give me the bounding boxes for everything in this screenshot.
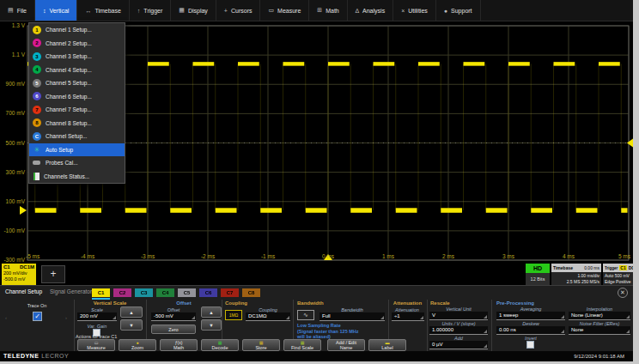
timebase-descriptor[interactable]: Timebase 0.00 ms 1.00 ms/div 2.5 MS 250 … [551,264,601,285]
offset-field[interactable]: -500 mV [151,312,196,321]
bandwidth-select[interactable]: Full [320,312,385,321]
channel-chip-c6[interactable]: C6 [199,288,217,297]
menu-analysis[interactable]: ∆Analysis [348,0,393,21]
vertical-menu-item[interactable]: 8Channel 8 Setup... [29,117,125,130]
channel-chip-c1[interactable]: C1 [92,288,110,297]
trace-high-segment [554,62,575,66]
vertical-menu-item[interactable]: 6Channel 6 Setup... [29,90,125,104]
units-per-volt-field[interactable]: 1.000000 [429,326,488,335]
menu-measure[interactable]: ▭Measure [260,0,309,21]
channel-badge-icon: 3 [33,52,41,61]
v-axis-label: -100 mV [0,228,25,234]
vertical-menu-item-label: Channel 5 Setup... [46,80,92,86]
vertical-menu-item[interactable]: ✳Auto Setup [29,143,125,157]
vertical-menu-item[interactable]: 2Channel 2 Setup... [29,37,125,51]
trace-low-segment [441,208,462,213]
trace-low-segment [35,208,57,213]
vertical-menu-item[interactable]: 1Channel 1 Setup... [29,23,125,37]
menu-file[interactable]: ▤File [0,0,35,21]
low-sampling-warning: Low Sampling Rate (Signal faster than 12… [297,323,359,340]
vertical-menu-item[interactable]: 4Channel 4 Setup... [29,64,125,77]
trigger-descriptor[interactable]: Trigger C1 DC Auto 500 mV Edge Positive [603,264,633,285]
action-button-label: Measure [87,345,105,350]
vertical-menu-item-label: Probes Cal... [46,160,78,166]
invert-checkbox[interactable] [526,341,534,349]
trigger-level: 500 mV [615,273,630,278]
averaging-field[interactable]: 1 sweep [496,312,565,320]
close-panel-button[interactable]: ✕ [618,288,628,298]
trace-low-segment [486,208,508,213]
tab-signal-generator[interactable]: Signal Generator [50,288,92,294]
trace-low-segment [350,208,372,213]
rescale-header: Rescale [430,300,450,306]
next-trace-arrow[interactable]: › [65,315,67,320]
menu-cursors[interactable]: +Cursors [216,0,261,21]
menu-utilities[interactable]: ×Utilities [393,0,436,21]
tab-channel-setup[interactable]: Channel Setup [5,288,42,294]
action-button-label: Zoom [131,345,143,350]
c1-trace-descriptor[interactable]: C1 DC1M 200 mV/div -500.0 mV [2,264,36,285]
offset-up-button[interactable]: ▲ [201,306,222,318]
action-button-store[interactable]: ▦Store [242,339,280,351]
action-button-math[interactable]: ƒ(x)Math [160,339,198,351]
attenuation-select[interactable]: ÷1 [392,312,424,321]
trace-on-checkbox[interactable]: ✓ [33,312,42,321]
hd-mode-descriptor[interactable]: HD 12 Bits [526,264,550,285]
c1-scale: 200 mV/div [3,270,34,276]
channel-chip-c3[interactable]: C3 [135,288,153,297]
scale-down-button[interactable]: ▼ [120,319,143,331]
action-button-decode[interactable]: ▦Decode [201,339,239,351]
menu-support[interactable]: ●Support [436,0,481,21]
preprocessing-header: Pre-Processing [496,300,534,306]
vertical-menu-item[interactable]: Channels Status... [29,170,125,184]
channel-chip-c7[interactable]: C7 [221,288,239,297]
action-button-label: Math [173,345,184,350]
channel-chip-c5[interactable]: C5 [178,288,196,297]
menu-bar: ▤File↕Vertical↔Timebase↑Trigger▦Display+… [0,0,633,21]
offset-down-button[interactable]: ▼ [201,319,222,331]
vertical-menu-item[interactable]: 3Channel 3 Setup... [29,50,125,64]
action-button-zoom[interactable]: ●Zoom [119,339,156,351]
vertical-menu-item[interactable]: Probes Cal... [29,156,125,170]
deskew-field[interactable]: 0.00 ns [496,326,565,335]
display-menu-icon: ▦ [179,7,185,14]
menu-timebase[interactable]: ↔Timebase [77,0,129,21]
add-trace-button[interactable]: + [41,265,65,283]
menu-math[interactable]: ⊞Math [309,0,347,21]
t-axis-label: 4 ms [551,253,586,260]
interpolation-select[interactable]: None (Linear) [569,312,630,320]
trace-high-segment [328,62,350,66]
trigger-slope: Positive [616,279,631,284]
menu-label: Measure [277,8,301,14]
action-button-label[interactable]: ▬Label [368,339,406,351]
menu-label: Timebase [94,8,120,14]
status-document-icon [33,173,40,180]
menu-vertical[interactable]: ↕Vertical [35,0,77,21]
zero-offset-button[interactable]: Zero [151,325,196,334]
vertical-menu-item[interactable]: 5Channel 5 Setup... [29,76,125,90]
action-button-add-edit[interactable]: Add / EditName [327,339,365,351]
noise-filter-select[interactable]: None [569,326,630,335]
scale-field[interactable]: 200 mV [77,312,117,321]
support-menu-icon: ● [444,8,447,14]
channel-badge-icon: 2 [33,39,41,47]
menu-label: Utilities [408,8,428,14]
menu-trigger[interactable]: ↑Trigger [130,0,171,21]
add-offset-field[interactable]: 0 µV [429,341,488,349]
action-button-measure[interactable]: ▭Measure [77,339,115,351]
vertical-menu-item-label: Channel 2 Setup... [46,40,92,46]
menu-display[interactable]: ▦Display [171,0,216,21]
scale-up-button[interactable]: ▲ [120,306,143,318]
channel-chip-c4[interactable]: C4 [156,288,174,297]
coupling-select[interactable]: DC1MΩ [246,312,290,321]
prev-trace-arrow[interactable]: ‹ [5,315,7,320]
channel-chip-c2[interactable]: C2 [113,288,131,297]
vertical-unit-field[interactable]: V [429,312,488,320]
t-axis-label: 1 ms [371,253,405,260]
channel-chip-c8[interactable]: C8 [242,288,260,297]
vertical-menu-item[interactable]: CChannel Setup... [29,130,125,143]
v-axis-label: 700 mV [0,110,25,117]
v-axis-label: 100 mV [0,198,25,205]
vertical-menu-item[interactable]: 7Channel 7 Setup... [29,103,125,117]
action-button-find-scale[interactable]: ▦Find Scale [283,339,321,351]
